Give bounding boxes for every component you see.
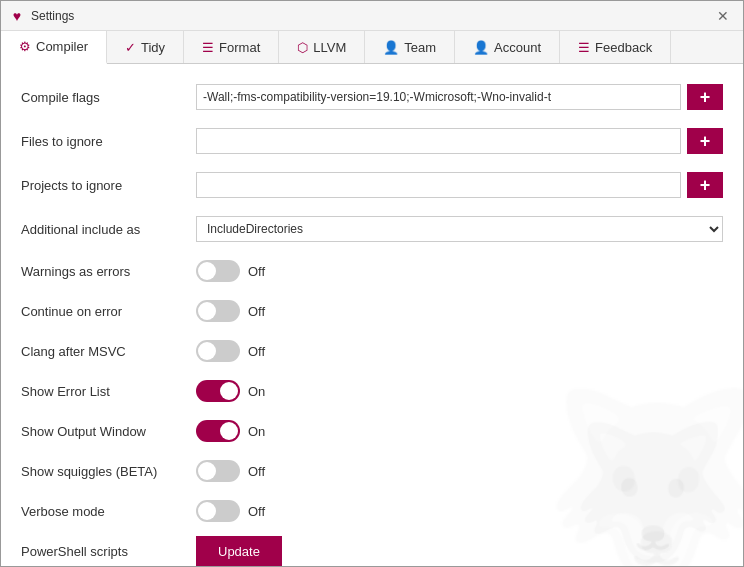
tab-feedback-label: Feedback — [595, 40, 652, 55]
compile-flags-add-button[interactable]: + — [687, 84, 723, 110]
tab-format[interactable]: ☰ Format — [184, 31, 279, 63]
toggle-thumb-show_output_window — [220, 422, 238, 440]
toggle-label-continue_on_error: Continue on error — [21, 304, 196, 319]
team-tab-icon: 👤 — [383, 40, 399, 55]
tab-tidy[interactable]: ✓ Tidy — [107, 31, 184, 63]
close-button[interactable]: ✕ — [711, 4, 735, 28]
toggle-container-continue_on_error: Off — [196, 300, 265, 322]
window-title: Settings — [31, 9, 74, 23]
toggle-row-show_output_window: Show Output WindowOn — [21, 416, 723, 446]
powershell-label: PowerShell scripts — [21, 544, 196, 559]
toggle-label-warnings_as_errors: Warnings as errors — [21, 264, 196, 279]
tab-compiler-label: Compiler — [36, 39, 88, 54]
tab-format-label: Format — [219, 40, 260, 55]
additional-include-label: Additional include as — [21, 222, 196, 237]
files-to-ignore-add-button[interactable]: + — [687, 128, 723, 154]
toggle-container-warnings_as_errors: Off — [196, 260, 265, 282]
tab-team[interactable]: 👤 Team — [365, 31, 455, 63]
tab-compiler[interactable]: ⚙ Compiler — [1, 31, 107, 64]
toggle-container-show_error_list: On — [196, 380, 265, 402]
additional-include-select[interactable]: IncludeDirectories — [196, 216, 723, 242]
toggle-show_error_list[interactable] — [196, 380, 240, 402]
toggle-state-show_error_list: On — [248, 384, 265, 399]
toggle-row-show_squiggles: Show squiggles (BETA)Off — [21, 456, 723, 486]
toggle-row-verbose_mode: Verbose modeOff — [21, 496, 723, 526]
toggle-container-verbose_mode: Off — [196, 500, 265, 522]
tab-team-label: Team — [404, 40, 436, 55]
toggle-verbose_mode[interactable] — [196, 500, 240, 522]
tidy-tab-icon: ✓ — [125, 40, 136, 55]
toggle-container-show_squiggles: Off — [196, 460, 265, 482]
projects-to-ignore-add-button[interactable]: + — [687, 172, 723, 198]
projects-to-ignore-row: Projects to ignore + — [21, 168, 723, 202]
toggle-state-verbose_mode: Off — [248, 504, 265, 519]
toggle-row-clang_after_msvc: Clang after MSVCOff — [21, 336, 723, 366]
tab-feedback[interactable]: ☰ Feedback — [560, 31, 671, 63]
toggle-thumb-verbose_mode — [198, 502, 216, 520]
files-to-ignore-input[interactable] — [196, 128, 681, 154]
toggle-show_squiggles[interactable] — [196, 460, 240, 482]
powershell-row: PowerShell scripts Update — [21, 536, 723, 566]
toggle-label-clang_after_msvc: Clang after MSVC — [21, 344, 196, 359]
toggle-row-continue_on_error: Continue on errorOff — [21, 296, 723, 326]
toggle-container-clang_after_msvc: Off — [196, 340, 265, 362]
settings-window: ♥ Settings ✕ ⚙ Compiler ✓ Tidy ☰ Format … — [0, 0, 744, 567]
toggle-state-show_output_window: On — [248, 424, 265, 439]
compile-flags-input[interactable] — [196, 84, 681, 110]
title-bar-left: ♥ Settings — [9, 8, 74, 24]
tab-account-label: Account — [494, 40, 541, 55]
toggle-label-verbose_mode: Verbose mode — [21, 504, 196, 519]
additional-include-row: Additional include as IncludeDirectories — [21, 212, 723, 246]
files-to-ignore-label: Files to ignore — [21, 134, 196, 149]
compiler-tab-icon: ⚙ — [19, 39, 31, 54]
toggle-state-clang_after_msvc: Off — [248, 344, 265, 359]
app-icon: ♥ — [9, 8, 25, 24]
toggle-container-show_output_window: On — [196, 420, 265, 442]
toggle-row-warnings_as_errors: Warnings as errorsOff — [21, 256, 723, 286]
toggle-thumb-show_error_list — [220, 382, 238, 400]
tab-account[interactable]: 👤 Account — [455, 31, 560, 63]
tab-llvm-label: LLVM — [313, 40, 346, 55]
toggle-thumb-continue_on_error — [198, 302, 216, 320]
tab-llvm[interactable]: ⬡ LLVM — [279, 31, 365, 63]
toggle-row-show_error_list: Show Error ListOn — [21, 376, 723, 406]
llvm-tab-icon: ⬡ — [297, 40, 308, 55]
toggle-thumb-clang_after_msvc — [198, 342, 216, 360]
toggle-state-warnings_as_errors: Off — [248, 264, 265, 279]
format-tab-icon: ☰ — [202, 40, 214, 55]
toggle-clang_after_msvc[interactable] — [196, 340, 240, 362]
files-to-ignore-row: Files to ignore + — [21, 124, 723, 158]
toggle-warnings_as_errors[interactable] — [196, 260, 240, 282]
toggle-label-show_error_list: Show Error List — [21, 384, 196, 399]
compile-flags-row: Compile flags + — [21, 80, 723, 114]
title-bar: ♥ Settings ✕ — [1, 1, 743, 31]
projects-to-ignore-label: Projects to ignore — [21, 178, 196, 193]
toggle-state-show_squiggles: Off — [248, 464, 265, 479]
compile-flags-label: Compile flags — [21, 90, 196, 105]
toggle-thumb-warnings_as_errors — [198, 262, 216, 280]
toggle-state-continue_on_error: Off — [248, 304, 265, 319]
feedback-tab-icon: ☰ — [578, 40, 590, 55]
toggles-container: Warnings as errorsOffContinue on errorOf… — [21, 256, 723, 526]
tab-tidy-label: Tidy — [141, 40, 165, 55]
content-area: 🐺 Compile flags + Files to ignore + Proj… — [1, 64, 743, 566]
toggle-show_output_window[interactable] — [196, 420, 240, 442]
toggle-label-show_output_window: Show Output Window — [21, 424, 196, 439]
toggle-continue_on_error[interactable] — [196, 300, 240, 322]
update-button[interactable]: Update — [196, 536, 282, 566]
toggle-thumb-show_squiggles — [198, 462, 216, 480]
account-tab-icon: 👤 — [473, 40, 489, 55]
tab-bar: ⚙ Compiler ✓ Tidy ☰ Format ⬡ LLVM 👤 Team… — [1, 31, 743, 64]
projects-to-ignore-input[interactable] — [196, 172, 681, 198]
toggle-label-show_squiggles: Show squiggles (BETA) — [21, 464, 196, 479]
